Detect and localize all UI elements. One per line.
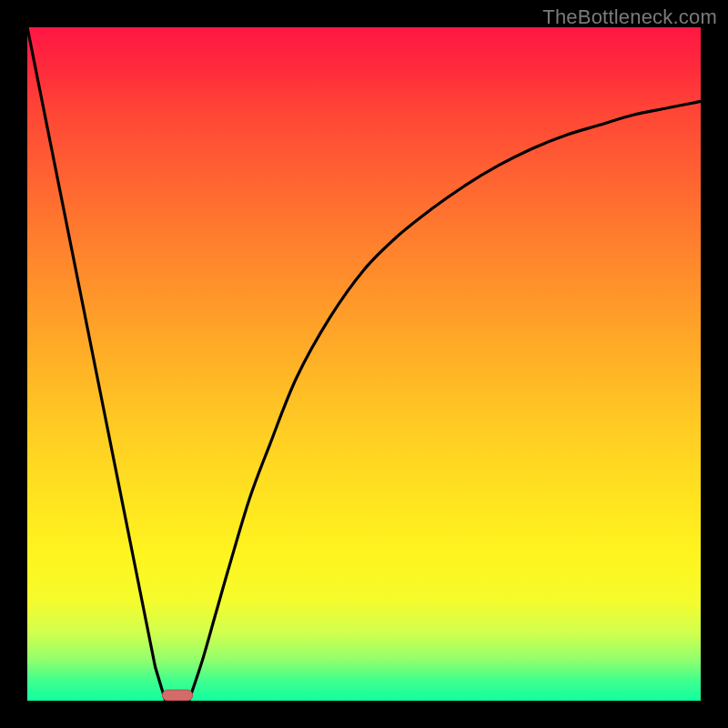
minimum-marker-rect: [162, 690, 192, 701]
watermark-text: TheBottleneck.com: [542, 5, 717, 29]
minimum-marker: [162, 690, 192, 701]
plot-area: [27, 27, 701, 701]
chart-overlay-svg: [27, 27, 701, 701]
chart-root: TheBottleneck.com: [0, 0, 728, 728]
curve-path: [27, 27, 701, 701]
bottleneck-curve: [27, 27, 701, 701]
